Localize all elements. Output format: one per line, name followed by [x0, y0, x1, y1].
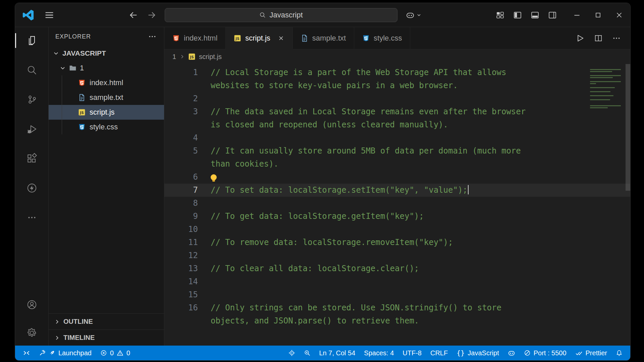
- indentation-button[interactable]: Spaces: 4: [360, 346, 398, 360]
- code-line-16[interactable]: 16// Only strings can be stored. Use JSO…: [164, 301, 630, 327]
- port-button[interactable]: Port : 5500: [520, 346, 571, 360]
- back-icon[interactable]: [128, 10, 139, 20]
- line-number: 15: [164, 288, 198, 301]
- zoom-button[interactable]: [300, 346, 315, 360]
- toggle-secondary-sidebar-icon[interactable]: [548, 10, 557, 20]
- activity-extensions[interactable]: [15, 150, 48, 167]
- language-mode-button[interactable]: {}JavaScript: [452, 346, 503, 360]
- activity-more[interactable]: [15, 209, 48, 226]
- encoding-button[interactable]: UTF-8: [398, 346, 426, 360]
- menu-icon[interactable]: [44, 10, 55, 20]
- activity-settings[interactable]: [15, 325, 48, 341]
- split-editor-icon[interactable]: [594, 34, 603, 43]
- explorer-tree: JAVASCRIPT 1 index.htmlsample.txtJSscrip…: [49, 46, 164, 313]
- maximize-button[interactable]: [594, 11, 602, 19]
- tab-index.html[interactable]: index.html: [164, 27, 226, 49]
- copilot-icon: [406, 10, 415, 20]
- tree-item-workspace[interactable]: JAVASCRIPT: [49, 46, 164, 61]
- toggle-panel-icon[interactable]: [530, 10, 540, 20]
- error-icon: [100, 350, 107, 356]
- code-line-6[interactable]: 6: [164, 171, 630, 184]
- line-number: 10: [164, 223, 198, 236]
- explorer-sidebar: EXPLORER JAVASCRIPT: [49, 27, 164, 346]
- activity-thunder-client[interactable]: [15, 180, 48, 196]
- minimap[interactable]: [590, 68, 622, 109]
- copilot-menu-button[interactable]: [406, 10, 422, 20]
- tab-label: style.css: [374, 34, 402, 43]
- code-line-11[interactable]: 11// To remove data: localStorage.remove…: [164, 236, 630, 249]
- vertical-scrollbar[interactable]: [626, 64, 630, 346]
- editor-more-actions-icon[interactable]: [612, 34, 621, 43]
- folder-icon: [69, 64, 76, 72]
- explorer-more-actions-icon[interactable]: [148, 32, 157, 41]
- file-item-script.js[interactable]: JSscript.js: [49, 105, 164, 120]
- status-text: JavaScript: [468, 349, 499, 357]
- rocket-icon: [49, 350, 55, 356]
- code-line-4[interactable]: 4: [164, 131, 630, 144]
- lightbulb-icon[interactable]: [211, 174, 217, 180]
- code-line-5[interactable]: 5// It can usually store around 5MB of d…: [164, 144, 630, 171]
- file-icon-txt: [78, 94, 86, 101]
- cursor-position-button[interactable]: Ln 7, Col 54: [315, 346, 360, 360]
- code-line-9[interactable]: 9// To get data: localStorage.getItem("k…: [164, 210, 630, 223]
- code-text: // To set data: localStorage.setItem("ke…: [211, 184, 531, 197]
- tree-item-folder[interactable]: 1: [49, 61, 164, 75]
- workspace-label: JAVASCRIPT: [62, 49, 106, 57]
- forward-icon[interactable]: [147, 10, 157, 20]
- tab-sample.txt[interactable]: sample.txt: [293, 27, 354, 49]
- activity-search[interactable]: [15, 62, 48, 78]
- code-line-15[interactable]: 15: [164, 288, 630, 301]
- activity-explorer[interactable]: [15, 33, 48, 49]
- file-item-index.html[interactable]: index.html: [49, 75, 164, 90]
- minimap-line: [590, 87, 615, 88]
- code-text: // Only strings can be stored. Use JSON.…: [211, 301, 531, 327]
- file-item-style.css[interactable]: style.css: [49, 120, 164, 134]
- code-lines: 1// Local Storage is a part of the Web S…: [164, 66, 630, 327]
- code-line-7[interactable]: 7// To set data: localStorage.setItem("k…: [164, 184, 630, 197]
- sidebar-section-timeline[interactable]: TIMELINE: [49, 329, 164, 346]
- code-line-3[interactable]: 3// The data saved in Local Storage rema…: [164, 105, 630, 131]
- target-icon: [288, 350, 295, 356]
- code-line-14[interactable]: 14: [164, 275, 630, 288]
- remote-button[interactable]: [18, 346, 35, 360]
- activity-source-control[interactable]: [15, 92, 48, 108]
- command-center-search[interactable]: Javascript: [165, 8, 397, 22]
- code-line-12[interactable]: 12: [164, 249, 630, 262]
- code-line-13[interactable]: 13// To clear all data: localStorage.cle…: [164, 262, 630, 275]
- minimap-line: [590, 107, 608, 108]
- eol-button[interactable]: CRLF: [426, 346, 452, 360]
- activity-bar: [15, 27, 49, 346]
- sidebar-section-outline[interactable]: OUTLINE: [49, 313, 164, 329]
- activity-accounts[interactable]: [15, 297, 48, 313]
- tab-script.js[interactable]: JSscript.js: [226, 27, 293, 49]
- breadcrumb-file[interactable]: script.js: [199, 53, 222, 61]
- code-line-2[interactable]: 2: [164, 92, 630, 105]
- tab-style.css[interactable]: style.css: [354, 27, 410, 49]
- code-editor[interactable]: 1// Local Storage is a part of the Web S…: [164, 64, 630, 346]
- customize-layout-icon[interactable]: [495, 10, 505, 20]
- close-button[interactable]: [615, 11, 624, 19]
- code-line-8[interactable]: 8: [164, 197, 630, 210]
- chevron-down-icon: [60, 65, 66, 71]
- toggle-primary-sidebar-icon[interactable]: [513, 10, 522, 20]
- minimize-button[interactable]: [573, 11, 581, 19]
- notifications-button[interactable]: [611, 346, 627, 360]
- line-number: 12: [164, 249, 198, 262]
- scrollbar-thumb[interactable]: [626, 64, 630, 191]
- prettier-button[interactable]: Prettier: [571, 346, 611, 360]
- code-text: [211, 249, 531, 262]
- file-item-sample.txt[interactable]: sample.txt: [49, 90, 164, 105]
- code-line-10[interactable]: 10: [164, 223, 630, 236]
- copilot-status-button[interactable]: [503, 346, 520, 360]
- target-button[interactable]: [284, 346, 300, 360]
- breadcrumb-folder[interactable]: 1: [172, 53, 176, 61]
- close-tab-icon[interactable]: [278, 35, 284, 42]
- launchpad-button[interactable]: Launchpad: [35, 346, 96, 360]
- problems-button[interactable]: 00: [96, 346, 135, 360]
- chevron-down-icon: [416, 12, 422, 18]
- line-number: 13: [164, 262, 198, 275]
- status-text: 0: [110, 349, 114, 357]
- code-line-1[interactable]: 1// Local Storage is a part of the Web S…: [164, 66, 630, 92]
- activity-run-debug[interactable]: [15, 121, 48, 137]
- run-code-icon[interactable]: [575, 34, 585, 43]
